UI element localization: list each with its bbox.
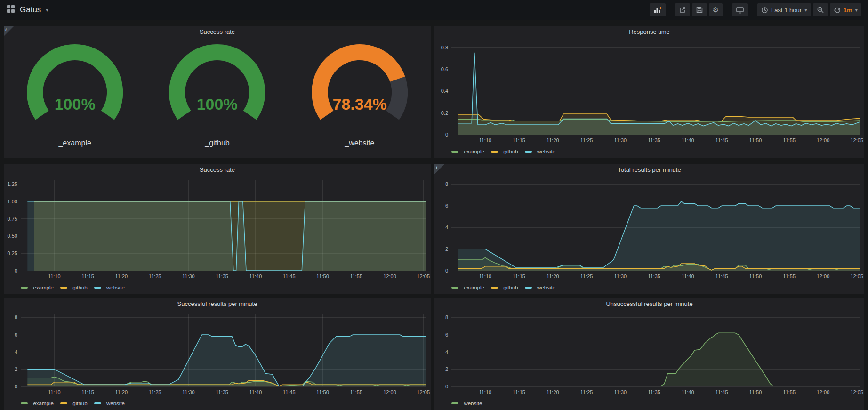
panel-title[interactable]: Unsuccessful results per minute xyxy=(434,298,864,310)
chart-plot-successful-results[interactable]: 0246811:1011:1511:2011:2511:3011:3511:40… xyxy=(4,310,431,398)
panel-title[interactable]: Successful results per minute xyxy=(4,298,431,310)
y-axis-label: 0 xyxy=(15,268,17,273)
chart-canvas[interactable]: 0246811:1011:1511:2011:2511:3011:3511:40… xyxy=(434,176,864,282)
y-axis-label: 0.75 xyxy=(8,216,17,222)
save-button[interactable] xyxy=(692,3,707,16)
gauge-arc: 78.34% xyxy=(289,38,431,138)
legend-dash-icon xyxy=(525,287,532,289)
x-axis-label: 11:35 xyxy=(648,273,660,279)
add-panel-button[interactable] xyxy=(650,3,666,16)
share-button[interactable] xyxy=(675,3,690,16)
y-axis-label: 0.4 xyxy=(441,88,448,94)
info-icon: i xyxy=(436,164,437,170)
legend-label: _github xyxy=(500,149,518,154)
tv-mode-button[interactable] xyxy=(732,3,748,16)
legend-label: _github xyxy=(70,285,88,290)
y-axis-label: 2 xyxy=(445,366,448,372)
legend-item-_example[interactable]: _example xyxy=(21,401,54,406)
panel-info-icon[interactable]: i xyxy=(434,164,445,174)
legend-item-_example[interactable]: _example xyxy=(21,285,54,290)
x-axis-label: 11:35 xyxy=(648,137,660,143)
y-axis-label: 6 xyxy=(445,203,448,209)
legend-item-_github[interactable]: _github xyxy=(491,285,518,290)
legend-item-_website[interactable]: _website xyxy=(94,285,125,290)
caret-down-icon: ▾ xyxy=(804,7,807,13)
caret-down-icon[interactable]: ▾ xyxy=(46,7,48,13)
chart-canvas[interactable]: 0246811:1011:1511:2011:2511:3011:3511:40… xyxy=(4,310,431,398)
legend-item-_github[interactable]: _github xyxy=(60,401,88,406)
refresh-icon xyxy=(834,7,841,14)
time-range-button[interactable]: Last 1 hour ▾ xyxy=(757,3,811,16)
legend-item-_website[interactable]: _website xyxy=(525,285,555,290)
info-icon: i xyxy=(5,26,7,32)
legend-dash-icon xyxy=(94,402,101,404)
y-axis-label: 0 xyxy=(445,384,448,389)
x-axis-label: 11:55 xyxy=(783,273,796,279)
y-axis-label: 4 xyxy=(445,349,448,355)
chart-plot-unsuccessful-results[interactable]: 0246811:1011:1511:2011:2511:3011:3511:40… xyxy=(434,310,864,398)
legend-dash-icon xyxy=(94,287,101,289)
y-axis-label: 8 xyxy=(15,314,17,320)
x-axis-label: 12:00 xyxy=(383,389,396,395)
dashboard-title[interactable]: Gatus xyxy=(20,5,41,15)
x-axis-label: 11:15 xyxy=(513,137,525,143)
x-axis-label: 11:50 xyxy=(316,273,329,279)
dashboard-grid-icon[interactable] xyxy=(7,5,15,15)
legend-dash-icon xyxy=(60,287,67,289)
legend-item-_github[interactable]: _github xyxy=(60,285,88,290)
panel-title[interactable]: Response time xyxy=(434,26,864,38)
legend-label: _website xyxy=(461,401,482,406)
zoom-out-icon xyxy=(817,6,824,14)
chart-legend: _example_github_website xyxy=(451,283,555,292)
chart-canvas[interactable]: 00.250.500.751.001.2511:1011:1511:2011:2… xyxy=(4,176,431,282)
legend-label: _example xyxy=(30,401,54,406)
legend-item-_website[interactable]: _website xyxy=(451,401,482,406)
gear-icon: ⚙ xyxy=(713,6,719,14)
x-axis-label: 12:00 xyxy=(817,389,830,395)
x-axis-label: 11:15 xyxy=(81,389,94,395)
x-axis-label: 11:55 xyxy=(350,273,362,279)
chart-plot-success-rate[interactable]: 00.250.500.751.001.2511:1011:1511:2011:2… xyxy=(4,176,431,282)
panel-info-icon[interactable]: i xyxy=(4,26,14,36)
legend-item-_example[interactable]: _example xyxy=(451,149,484,154)
x-axis-label: 11:25 xyxy=(149,389,161,395)
chart-plot-response-time[interactable]: 00.20.40.60.811:1011:1511:2011:2511:3011… xyxy=(434,38,864,146)
refresh-button[interactable]: 1m ▾ xyxy=(830,3,861,16)
gauge-arc: 100% xyxy=(146,38,288,138)
gauge-value-text: 78.34% xyxy=(332,95,386,113)
legend-item-_example[interactable]: _example xyxy=(451,285,484,290)
legend-item-_website[interactable]: _website xyxy=(94,401,125,406)
x-axis-label: 11:20 xyxy=(115,273,128,279)
x-axis-label: 11:25 xyxy=(580,137,593,143)
legend-dash-icon xyxy=(60,402,67,404)
x-axis-label: 11:20 xyxy=(547,389,559,395)
panel-unsuccessful-results: Unsuccessful results per minute 0246811:… xyxy=(434,298,864,410)
chart-canvas[interactable]: 00.20.40.60.811:1011:1511:2011:2511:3011… xyxy=(434,38,864,146)
x-axis-label: 11:30 xyxy=(182,273,195,279)
x-axis-label: 11:20 xyxy=(547,137,559,143)
zoom-out-button[interactable] xyxy=(813,3,828,16)
chart-canvas[interactable]: 0246811:1011:1511:2011:2511:3011:3511:40… xyxy=(434,310,864,398)
x-axis-label: 11:55 xyxy=(783,389,796,395)
y-axis-label: 6 xyxy=(445,332,448,338)
x-axis-label: 11:50 xyxy=(749,137,762,143)
panel-title[interactable]: Success rate xyxy=(4,26,431,38)
chart-legend: _example_github_website xyxy=(451,147,555,156)
x-axis-label: 12:00 xyxy=(383,273,396,279)
chart-plot-total-results[interactable]: 0246811:1011:1511:2011:2511:3011:3511:40… xyxy=(434,176,864,282)
panel-title[interactable]: Total results per minute xyxy=(434,164,864,176)
panel-title[interactable]: Success rate xyxy=(4,164,431,176)
gauge-_website: 78.34%_website xyxy=(289,38,431,158)
x-axis-label: 11:40 xyxy=(249,273,262,279)
legend-label: _website xyxy=(534,285,555,290)
settings-button[interactable]: ⚙ xyxy=(709,3,723,16)
y-axis-label: 8 xyxy=(445,314,448,320)
x-axis-label: 11:15 xyxy=(81,273,94,279)
y-axis-label: 6 xyxy=(15,332,17,338)
legend-item-_github[interactable]: _github xyxy=(491,149,518,154)
legend-item-_website[interactable]: _website xyxy=(525,149,555,154)
legend-dash-icon xyxy=(525,151,532,153)
x-axis-label: 11:10 xyxy=(479,137,491,143)
x-axis-label: 12:05 xyxy=(850,137,863,143)
x-axis-label: 11:25 xyxy=(580,389,593,395)
